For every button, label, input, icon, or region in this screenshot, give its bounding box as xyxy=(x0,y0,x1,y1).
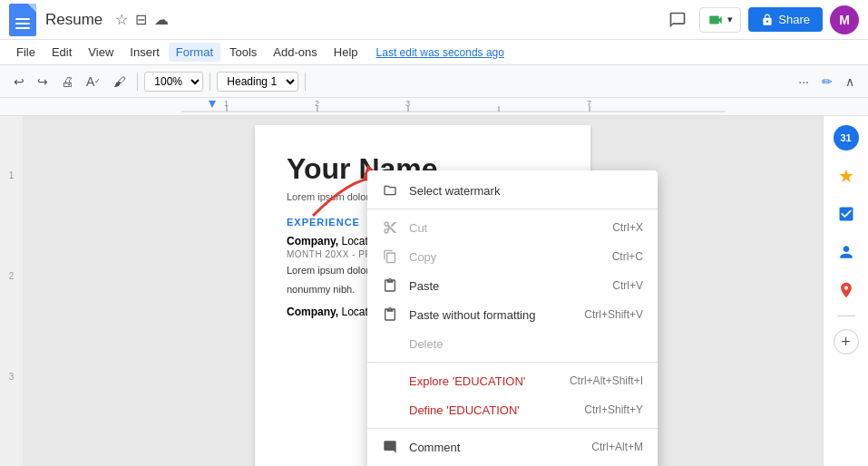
ctx-define-label: Define 'EDUCATION' xyxy=(409,403,520,417)
copy-icon xyxy=(382,248,398,265)
ruler-marks: 1 2 3 7 xyxy=(0,99,868,115)
delete-icon xyxy=(382,335,398,352)
comment-icon xyxy=(382,439,398,455)
collapse-button[interactable]: ∧ xyxy=(841,72,859,92)
watermark-icon xyxy=(382,182,398,199)
define-icon xyxy=(382,402,398,418)
svg-text:2: 2 xyxy=(315,99,319,108)
ctx-explore-shortcut: Ctrl+Alt+Shift+I xyxy=(570,374,643,387)
ctx-divider-2 xyxy=(367,362,658,363)
share-label: Share xyxy=(778,13,810,26)
top-bar: Resume ☆ ⊟ ☁ ▾ Share M xyxy=(0,0,868,40)
paint-format-button[interactable]: 🖌 xyxy=(109,72,131,92)
cut-icon xyxy=(382,219,398,236)
ctx-watermark-label: Select watermark xyxy=(409,184,500,198)
page-num-3: 3 xyxy=(9,372,15,382)
right-sidebar: 31 ★ + xyxy=(823,116,868,466)
content-area: 1 2 3 Your Name Lorem ipsum dolor sit am… xyxy=(0,116,868,466)
comments-icon[interactable] xyxy=(663,5,692,34)
zoom-selector[interactable]: 100% xyxy=(144,72,203,92)
undo-button[interactable]: ↩ xyxy=(9,72,29,92)
share-button[interactable]: Share xyxy=(748,7,823,32)
folder-icon[interactable]: ⊟ xyxy=(135,11,147,28)
app-icon xyxy=(9,4,36,36)
svg-text:1: 1 xyxy=(224,99,229,108)
ctx-define-shortcut: Ctrl+Shift+Y xyxy=(584,403,643,416)
left-sidebar: 1 2 3 xyxy=(0,116,23,466)
ctx-paste-shortcut: Ctrl+V xyxy=(612,279,643,292)
menu-edit[interactable]: Edit xyxy=(44,43,79,62)
page-num-1: 1 xyxy=(9,170,15,180)
ctx-divider-1 xyxy=(367,209,658,209)
ctx-watermark-item[interactable]: Select watermark xyxy=(367,176,658,205)
ctx-paste-item[interactable]: Paste Ctrl+V xyxy=(367,271,658,300)
menu-addons[interactable]: Add-ons xyxy=(266,43,324,62)
ctx-paste-format-label: Paste without formatting xyxy=(409,308,535,322)
meet-button[interactable]: ▾ xyxy=(699,7,741,33)
ctx-paste-label: Paste xyxy=(409,279,439,293)
ctx-divider-3 xyxy=(367,428,658,429)
ctx-comment-shortcut: Ctrl+Alt+M xyxy=(591,441,643,453)
sidebar-divider xyxy=(837,316,855,316)
add-sidebar-icon[interactable]: + xyxy=(834,329,859,354)
top-right-actions: ▾ Share M xyxy=(663,5,859,34)
ctx-suggest-item[interactable]: Suggest edits xyxy=(367,461,658,466)
heading-selector[interactable]: Heading 1 xyxy=(217,72,298,92)
menu-tools[interactable]: Tools xyxy=(222,43,264,62)
last-edit-status[interactable]: Last edit was seconds ago xyxy=(376,46,504,59)
toolbar-divider-3 xyxy=(305,73,306,91)
ctx-explore-label: Explore 'EDUCATION' xyxy=(409,374,525,388)
ctx-comment-label: Comment xyxy=(409,441,460,454)
ctx-cut-shortcut: Ctrl+X xyxy=(612,221,643,234)
toolbar-divider-2 xyxy=(210,73,210,91)
ctx-copy-label: Copy xyxy=(409,250,436,264)
redo-button[interactable]: ↪ xyxy=(33,72,53,92)
menu-help[interactable]: Help xyxy=(327,43,366,62)
menu-file[interactable]: File xyxy=(9,43,43,62)
edit-icon-button[interactable]: ✏ xyxy=(817,72,837,92)
notes-sidebar-icon[interactable]: ★ xyxy=(834,163,859,189)
ctx-delete-item[interactable]: Delete xyxy=(367,329,658,358)
ctx-comment-item[interactable]: Comment Ctrl+Alt+M xyxy=(367,432,658,461)
paste-format-icon xyxy=(382,306,398,323)
explore-icon xyxy=(382,373,398,389)
document-area: Your Name Lorem ipsum dolor sit amet, co… xyxy=(23,116,823,466)
contacts-sidebar-icon[interactable] xyxy=(834,239,859,265)
ctx-cut-item[interactable]: Cut Ctrl+X xyxy=(367,213,658,242)
menu-view[interactable]: View xyxy=(81,43,121,62)
more-options-button[interactable]: ··· xyxy=(794,72,814,92)
ctx-delete-label: Delete xyxy=(409,337,444,351)
toolbar: ↩ ↪ 🖨 A✓ 🖌 100% Heading 1 ··· ✏ ∧ xyxy=(0,65,868,98)
svg-text:3: 3 xyxy=(405,99,410,108)
calendar-sidebar-icon[interactable]: 31 xyxy=(834,125,859,150)
maps-sidebar-icon[interactable] xyxy=(834,277,859,303)
paste-icon xyxy=(382,277,398,294)
avatar[interactable]: M xyxy=(830,5,859,34)
ctx-copy-shortcut: Ctrl+C xyxy=(612,250,643,263)
page-num-2: 2 xyxy=(9,271,15,281)
menu-format[interactable]: Format xyxy=(169,43,220,62)
ctx-define-item[interactable]: Define 'EDUCATION' Ctrl+Shift+Y xyxy=(367,395,658,424)
title-icons: ☆ ⊟ ☁ xyxy=(115,11,169,28)
menu-bar: File Edit View Insert Format Tools Add-o… xyxy=(0,40,868,65)
menu-insert[interactable]: Insert xyxy=(122,43,167,62)
print-button[interactable]: 🖨 xyxy=(56,72,78,92)
spell-check-button[interactable]: A✓ xyxy=(82,72,105,92)
ctx-explore-item[interactable]: Explore 'EDUCATION' Ctrl+Alt+Shift+I xyxy=(367,366,658,395)
svg-text:7: 7 xyxy=(587,99,591,108)
tasks-sidebar-icon[interactable] xyxy=(834,201,859,227)
cloud-icon[interactable]: ☁ xyxy=(154,11,169,28)
toolbar-divider-1 xyxy=(137,73,138,91)
ctx-copy-item[interactable]: Copy Ctrl+C xyxy=(367,242,658,271)
document-title[interactable]: Resume xyxy=(45,11,102,29)
ctx-paste-format-item[interactable]: Paste without formatting Ctrl+Shift+V xyxy=(367,300,658,329)
ruler: 1 2 3 7 xyxy=(0,98,868,116)
context-menu: Select watermark Cut Ctrl+X Copy Ctrl+C xyxy=(367,170,658,466)
ctx-cut-label: Cut xyxy=(409,221,427,235)
ctx-paste-format-shortcut: Ctrl+Shift+V xyxy=(584,308,643,321)
svg-marker-10 xyxy=(209,101,216,108)
star-icon[interactable]: ☆ xyxy=(115,11,128,28)
